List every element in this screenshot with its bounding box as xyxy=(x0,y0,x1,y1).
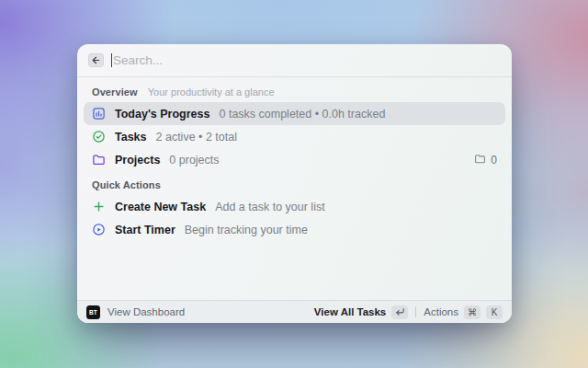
item-subtitle: Begin tracking your time xyxy=(185,224,308,236)
item-subtitle: Add a task to your list xyxy=(215,201,325,213)
item-subtitle: 0 projects xyxy=(169,154,219,167)
item-title: Projects xyxy=(115,154,160,167)
list-item-projects[interactable]: Projects 0 projects 0 xyxy=(84,148,505,171)
actions-menu-button[interactable]: Actions xyxy=(424,306,458,317)
command-key-badge[interactable]: ⌘ xyxy=(464,305,481,319)
play-circle-icon xyxy=(92,223,106,236)
bar-chart-icon xyxy=(92,107,106,121)
section-header-quick-actions: Quick Actions xyxy=(84,175,505,195)
projects-count-accessory: 0 xyxy=(474,153,497,167)
search-input[interactable] xyxy=(113,53,501,67)
return-key-icon xyxy=(395,306,405,318)
item-subtitle: 2 active • 2 total xyxy=(156,131,237,144)
footer-divider xyxy=(415,306,416,317)
back-button[interactable] xyxy=(88,53,104,67)
list-item-start-timer[interactable]: Start Timer Begin tracking your time xyxy=(84,218,505,241)
app-logo-badge[interactable]: BT xyxy=(86,305,100,319)
command-palette-window: Overview Your productivity at a glance T… xyxy=(77,44,512,323)
list-item-create-new-task[interactable]: Create New Task Add a task to your list xyxy=(84,195,505,218)
list-item-tasks[interactable]: Tasks 2 active • 2 total xyxy=(84,125,505,148)
section-label: Overview xyxy=(92,86,138,98)
item-title: Today's Progress xyxy=(115,108,209,121)
footer-dashboard-label[interactable]: View Dashboard xyxy=(107,306,185,317)
folder-count-icon xyxy=(474,153,486,167)
item-subtitle: 0 tasks completed • 0.0h tracked xyxy=(219,108,385,121)
search-bar xyxy=(77,44,512,77)
k-key-badge[interactable]: K xyxy=(486,305,503,319)
search-field-wrap xyxy=(111,53,501,67)
item-title: Start Timer xyxy=(115,224,175,236)
arrow-left-icon xyxy=(91,55,101,65)
item-title: Create New Task xyxy=(115,201,206,213)
list-item-todays-progress[interactable]: Today's Progress 0 tasks completed • 0.0… xyxy=(84,102,505,125)
section-label: Quick Actions xyxy=(92,179,161,190)
projects-count: 0 xyxy=(491,154,497,167)
folder-icon xyxy=(92,153,106,167)
footer-bar: BT View Dashboard View All Tasks Actions… xyxy=(77,300,512,323)
section-header-overview: Overview Your productivity at a glance xyxy=(84,82,505,102)
item-title: Tasks xyxy=(115,131,147,144)
footer-actions: View All Tasks Actions ⌘ K xyxy=(314,305,503,319)
section-subtitle: Your productivity at a glance xyxy=(148,86,275,98)
view-all-tasks-button[interactable]: View All Tasks xyxy=(314,306,386,317)
return-key-badge[interactable] xyxy=(391,305,408,319)
plus-icon xyxy=(92,200,106,213)
results-list: Overview Your productivity at a glance T… xyxy=(77,77,512,300)
text-cursor xyxy=(111,53,112,67)
check-circle-icon xyxy=(92,130,106,144)
